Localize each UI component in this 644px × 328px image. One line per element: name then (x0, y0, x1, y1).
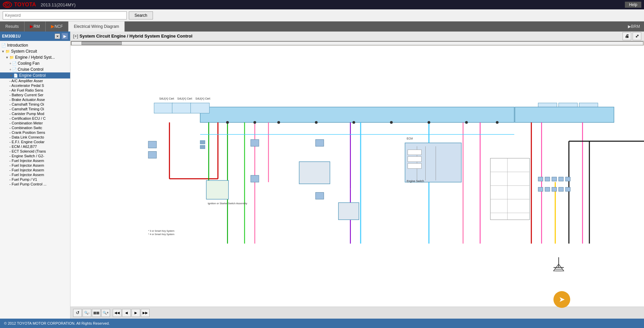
tree-item-cruise-control[interactable]: + 📄 Cruise Control (0, 66, 70, 72)
cooling-fan-label: Cooling Fan (18, 61, 40, 66)
expand-bracket: [+] (73, 34, 78, 39)
svg-rect-71 (200, 145, 205, 149)
tab-results-label: Results (5, 24, 19, 29)
nav-first-button[interactable]: ◀◀ (113, 309, 121, 317)
doc-icon-4: 📄 (13, 73, 18, 78)
svg-rect-79 (552, 187, 556, 191)
horizontal-scrollbar[interactable] (70, 41, 644, 46)
svg-rect-77 (538, 187, 543, 191)
tree-sub-item[interactable]: - E.F.I. Engine Coolar (0, 140, 70, 144)
tree-sub-item[interactable]: - Crank Position Sens (0, 130, 70, 135)
tree-item-engine-control[interactable]: ▼ 📄 Engine Control (0, 72, 70, 78)
tree-sub-item[interactable]: - Certification ECU / C (0, 116, 70, 121)
tree-sub-item[interactable]: - Camshaft Timing Oi (0, 107, 70, 111)
tree-sub-item[interactable]: - Battery Current Ser (0, 93, 70, 97)
engine-control-label: Engine Control (19, 73, 46, 78)
cruise-control-label: Cruise Control (18, 67, 44, 72)
tree-item-system-circuit[interactable]: ▼ 📁 System Circuit (0, 48, 70, 54)
tree-sub-item[interactable]: - Brake Actuator Asse (0, 97, 70, 102)
tab-results[interactable]: Results (0, 21, 24, 32)
tree-sub-item[interactable]: - Fuel Injector Assem (0, 158, 70, 163)
tree-sub-item[interactable]: - Accelerator Pedal S (0, 83, 70, 88)
svg-point-41 (390, 121, 393, 124)
zoom-in-button[interactable]: 🔍+ (101, 309, 110, 317)
compass-icon[interactable]: ➤ (553, 291, 570, 308)
tree-sub-item[interactable]: - A/C Amplifier Asser (0, 78, 70, 83)
nav-next-button[interactable]: ▶ (131, 309, 140, 317)
panel-arrow-button[interactable]: ▶ (61, 33, 68, 40)
tree-item-cooling-fan[interactable]: + 📄 Cooling Fan (0, 60, 70, 66)
keyword-input[interactable] (3, 11, 127, 19)
main-content: EM30B1U ✕ ▶ 📄 Introduction ▼ 📁 System Ci… (0, 32, 644, 319)
logo: TOYOTA 2013.11(2014MY) (3, 1, 75, 8)
scrollbar-track[interactable] (71, 41, 643, 45)
panel-id: EM30B1U (2, 34, 53, 39)
svg-text:Ignition or Starter Switch Ass: Ignition or Starter Switch Assembly (208, 202, 247, 205)
tree-sub-item[interactable]: - Engine Switch / G2- (0, 154, 70, 158)
expand-icon-2: ▼ (5, 56, 9, 59)
nav-prev-button[interactable]: ◀ (122, 309, 131, 317)
svg-point-39 (315, 121, 318, 124)
help-button[interactable]: Help (625, 2, 641, 8)
brm-tag: ▶ (628, 24, 631, 29)
tree-sub-item[interactable]: - ECM / A62,B77 (0, 144, 70, 149)
tab-brm[interactable]: ▶ BRM (624, 21, 644, 32)
svg-text:Engine Switch: Engine Switch (407, 180, 424, 183)
search-button[interactable]: Search (129, 11, 153, 19)
tabbar: Results ▶ RM ▶ NCF Electrical Wiring Dia… (0, 21, 644, 32)
expand-button[interactable]: ⤢ (633, 32, 641, 40)
svg-rect-46 (148, 152, 156, 158)
tab-ncf[interactable]: ▶ NCF (46, 21, 69, 32)
svg-rect-74 (552, 177, 556, 181)
tree-sub-item[interactable]: - Fuel Injector Assem (0, 163, 70, 168)
tree-sub-item[interactable]: - Fuel Pump Control ... (0, 182, 70, 186)
expand-icon-5: ▼ (9, 74, 13, 77)
svg-rect-54 (405, 143, 462, 182)
tab-rm[interactable]: ▶ RM (24, 21, 46, 32)
tree-sub-item[interactable]: - Camshaft Timing Oi (0, 102, 70, 107)
svg-point-2 (4, 3, 8, 5)
tab-ewiring[interactable]: Electrical Wiring Diagram (68, 21, 125, 32)
svg-point-42 (428, 121, 430, 124)
tree-sub-item[interactable]: - Fuel Pump / V1 (0, 177, 70, 182)
svg-text:S4U(A) Cert: S4U(A) Cert (196, 97, 211, 100)
tree-sub-item[interactable]: - Combination Switc (0, 125, 70, 130)
svg-rect-64 (338, 203, 359, 220)
print-button[interactable]: 🖨 (623, 32, 631, 40)
expand-icon: ▼ (1, 50, 5, 53)
doc-icon: 📄 (1, 43, 6, 48)
svg-rect-72 (538, 177, 543, 181)
tree-sub-item[interactable]: - Fuel Injector Assem (0, 172, 70, 177)
expand-icon-4: + (9, 68, 11, 71)
nav-last-button[interactable]: ▶▶ (141, 309, 150, 317)
engine-hybrid-label: Engine / Hybrid Syst... (15, 55, 55, 60)
rm-label: RM (34, 24, 40, 29)
svg-text:S4U(A) Cert: S4U(A) Cert (159, 97, 174, 100)
svg-text:S4U(A) Cert: S4U(A) Cert (177, 97, 193, 100)
chart-button[interactable]: ▦▦ (92, 309, 101, 317)
svg-point-43 (465, 121, 468, 124)
tree-sub-item[interactable]: - Combination Meter (0, 121, 70, 125)
scrollbar-thumb[interactable] (82, 42, 122, 45)
tree-sub-item[interactable]: - ECT Solenoid (Trans (0, 149, 70, 154)
refresh-button[interactable]: ↺ (73, 309, 82, 317)
expand-icon-3: + (9, 62, 11, 65)
version-label: 2013.11(2014MY) (41, 2, 75, 7)
zoom-out-button[interactable]: 🔍- (83, 309, 91, 317)
svg-text:* 3 or Smart Key System: * 3 or Smart Key System (148, 230, 174, 232)
rm-tag: ▶ (30, 24, 33, 29)
ncf-tag: ▶ (51, 24, 54, 29)
tree-item-introduction[interactable]: 📄 Introduction (0, 42, 70, 48)
tree-sub-item[interactable]: - Canister Pump Mod (0, 111, 70, 116)
panel-close-button[interactable]: ✕ (55, 34, 60, 39)
tree-sub-item[interactable]: - Fuel Injector Assem (0, 168, 70, 172)
tree-sub-item[interactable]: - Air Fuel Ratio Sens (0, 88, 70, 93)
tree-sub-item[interactable]: - Data Link Connecto (0, 135, 70, 140)
svg-rect-82 (490, 158, 530, 220)
svg-point-44 (496, 121, 498, 124)
svg-rect-6 (191, 103, 209, 113)
diagram-header: [+] System Circuit Engine / Hybrid Syste… (70, 32, 644, 41)
folder-icon-2: 📁 (9, 55, 14, 60)
tree-item-engine-hybrid[interactable]: ▼ 📁 Engine / Hybrid Syst... (0, 54, 70, 60)
folder-icon: 📁 (5, 49, 10, 54)
